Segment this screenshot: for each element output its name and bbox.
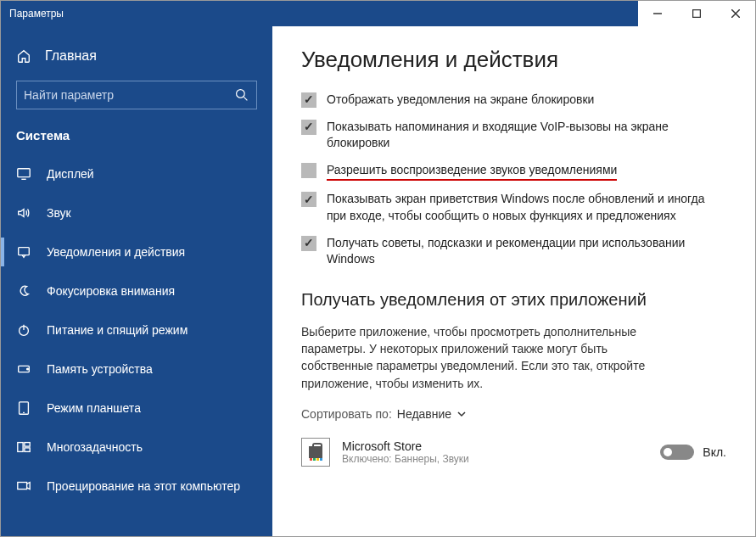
sidebar-item-label: Звук: [47, 206, 71, 220]
search-input[interactable]: [24, 88, 234, 102]
svg-rect-6: [18, 169, 30, 177]
focus-icon: [16, 283, 31, 299]
close-button[interactable]: [716, 1, 755, 26]
multitask-icon: [16, 439, 31, 455]
checkbox-row[interactable]: Получать советы, подсказки и рекомендаци…: [301, 235, 726, 268]
svg-rect-15: [18, 443, 23, 452]
tablet-icon: [16, 400, 31, 416]
sidebar-item-power[interactable]: Питание и спящий режим: [1, 310, 272, 350]
checkbox-label: Получать советы, подсказки и рекомендаци…: [327, 235, 726, 268]
checkbox[interactable]: [301, 120, 316, 135]
content-area: Уведомления и действия Отображать уведом…: [272, 26, 755, 536]
checkbox[interactable]: [301, 163, 316, 178]
app-icon-ms-store: [301, 438, 330, 467]
sidebar-item-label: Питание и спящий режим: [47, 323, 188, 337]
checkbox-label: Показывать экран приветствия Windows пос…: [327, 191, 726, 224]
svg-rect-17: [25, 448, 30, 452]
sidebar-item-label: Уведомления и действия: [47, 245, 185, 259]
sidebar-item-notifications[interactable]: Уведомления и действия: [1, 232, 272, 271]
sidebar-item-project[interactable]: Проецирование на этот компьютер: [1, 467, 272, 506]
app-subtitle: Включено: Баннеры, Звуки: [342, 453, 648, 465]
sort-row: Сортировать по: Недавние: [301, 407, 726, 421]
sidebar-item-sound[interactable]: Звук: [1, 193, 272, 232]
maximize-button[interactable]: [677, 1, 716, 26]
apps-heading: Получать уведомления от этих приложений: [301, 290, 726, 310]
sidebar-item-label: Память устройства: [47, 362, 153, 376]
sidebar: Главная Система Дисплей Звук Уведомления…: [1, 26, 272, 536]
checkbox-row-highlighted[interactable]: Разрешить воспроизведение звуков уведомл…: [301, 162, 726, 182]
sidebar-item-label: Режим планшета: [47, 401, 141, 415]
svg-line-5: [244, 97, 247, 100]
sidebar-home-label: Главная: [45, 48, 97, 64]
sidebar-home[interactable]: Главная: [1, 40, 272, 72]
checkbox[interactable]: [301, 192, 316, 207]
sidebar-nav: Дисплей Звук Уведомления и действия Фоку…: [1, 154, 272, 536]
sound-icon: [16, 205, 31, 221]
sort-label: Сортировать по:: [301, 407, 392, 421]
sidebar-item-tablet[interactable]: Режим планшета: [1, 389, 272, 428]
power-icon: [16, 322, 31, 338]
sidebar-item-display[interactable]: Дисплей: [1, 154, 272, 193]
app-toggle-label: Вкл.: [703, 445, 726, 459]
sidebar-item-label: Дисплей: [47, 167, 94, 181]
svg-rect-18: [18, 483, 27, 489]
project-icon: [16, 478, 31, 494]
sort-value: Недавние: [397, 407, 451, 421]
sidebar-item-storage[interactable]: Память устройства: [1, 350, 272, 389]
notifications-icon: [16, 244, 31, 260]
checkbox-row[interactable]: Отображать уведомления на экране блокиро…: [301, 92, 726, 109]
main-layout: Главная Система Дисплей Звук Уведомления…: [1, 26, 755, 536]
chevron-down-icon: [456, 409, 467, 419]
sort-dropdown[interactable]: Недавние: [397, 407, 467, 421]
window-title: Параметры: [1, 8, 638, 20]
home-icon: [16, 48, 31, 64]
storage-icon: [16, 361, 31, 377]
sidebar-section-title: Система: [1, 123, 272, 154]
checkbox[interactable]: [301, 236, 316, 251]
app-name: Microsoft Store: [342, 439, 648, 453]
checkbox-row[interactable]: Показывать экран приветствия Windows пос…: [301, 191, 726, 224]
app-toggle[interactable]: [660, 445, 694, 460]
svg-point-4: [237, 90, 245, 98]
app-info: Microsoft Store Включено: Баннеры, Звуки: [342, 439, 648, 465]
search-box[interactable]: [16, 81, 257, 109]
app-row[interactable]: Microsoft Store Включено: Баннеры, Звуки…: [301, 433, 726, 472]
checkbox-label: Показывать напоминания и входящие VoIP-в…: [327, 119, 726, 152]
apps-description: Выберите приложение, чтобы просмотреть д…: [301, 323, 675, 392]
titlebar: Параметры: [1, 1, 755, 26]
checkbox-label: Разрешить воспроизведение звуков уведомл…: [327, 162, 617, 182]
page-title: Уведомления и действия: [301, 47, 726, 73]
checkbox-row[interactable]: Показывать напоминания и входящие VoIP-в…: [301, 119, 726, 152]
sidebar-item-multitask[interactable]: Многозадачность: [1, 428, 272, 467]
sidebar-item-label: Проецирование на этот компьютер: [47, 479, 240, 493]
sidebar-item-focus[interactable]: Фокусировка внимания: [1, 271, 272, 310]
sidebar-item-label: Фокусировка внимания: [47, 284, 175, 298]
svg-rect-1: [693, 10, 701, 18]
checkbox-label: Отображать уведомления на экране блокиро…: [327, 92, 594, 109]
sidebar-item-label: Многозадачность: [47, 440, 143, 454]
app-toggle-wrap: Вкл.: [660, 445, 726, 460]
svg-rect-16: [25, 443, 30, 447]
display-icon: [16, 166, 31, 182]
svg-point-12: [27, 368, 29, 370]
search-icon: [234, 88, 249, 102]
minimize-button[interactable]: [638, 1, 677, 26]
svg-rect-8: [19, 248, 30, 255]
checkbox[interactable]: [301, 92, 316, 108]
